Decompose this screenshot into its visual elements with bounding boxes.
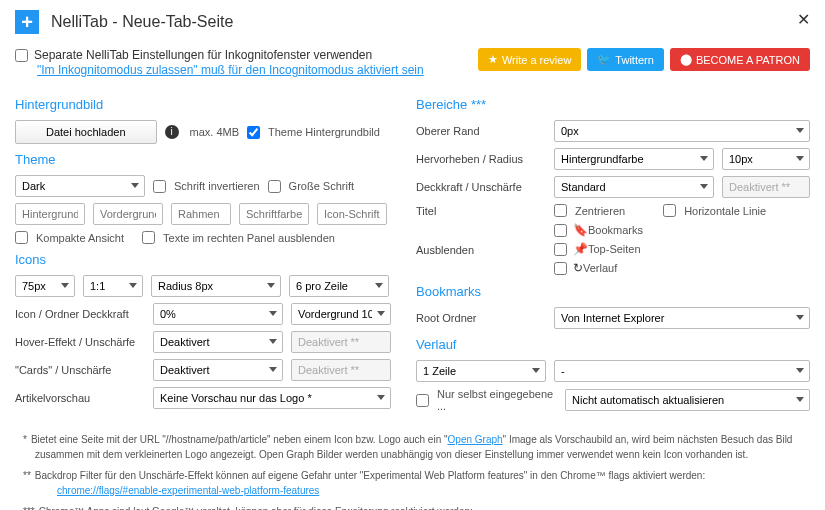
footnote-2: **Backdrop Filter für den Unschärfe-Effe…	[15, 468, 810, 498]
compact-checkbox[interactable]	[15, 231, 28, 244]
icon-size-select[interactable]: 75px	[15, 275, 75, 297]
max-size-label: max. 4MB	[190, 126, 240, 138]
border-color-input[interactable]	[171, 203, 231, 225]
section-areas: Bereiche ***	[416, 97, 810, 112]
close-icon[interactable]: ✕	[797, 10, 810, 29]
bg-color-input[interactable]	[15, 203, 85, 225]
auto-refresh-select[interactable]: Nicht automatisch aktualisieren	[565, 389, 810, 411]
hide-panel-checkbox[interactable]	[142, 231, 155, 244]
footnote-3: ***Chrome™ Apps sind laut Google™ veralt…	[15, 504, 810, 510]
star-icon: ★	[488, 53, 498, 66]
twitter-button[interactable]: 🐦Twittern	[587, 48, 664, 71]
font-color-input[interactable]	[239, 203, 309, 225]
section-icons: Icons	[15, 252, 391, 267]
upload-button[interactable]: Datei hochladen	[15, 120, 157, 144]
theme-bg-label: Theme Hintergrundbild	[268, 126, 380, 138]
hover-effect-select[interactable]: Deaktivert	[153, 331, 283, 353]
invert-font-checkbox[interactable]	[153, 180, 166, 193]
twitter-icon: 🐦	[597, 53, 611, 66]
section-background: Hintergrundbild	[15, 97, 391, 112]
theme-bg-checkbox[interactable]	[247, 126, 260, 139]
bookmark-icon: 🔖	[573, 223, 588, 237]
section-theme: Theme	[15, 152, 391, 167]
history-icon: ↻	[573, 261, 583, 275]
section-history: Verlauf	[416, 337, 810, 352]
incognito-allow-link[interactable]: "Im Inkognitomodus zulassen" muß für den…	[37, 63, 424, 77]
icon-ratio-select[interactable]: 1:1	[83, 275, 143, 297]
root-folder-select[interactable]: Von Internet Explorer	[554, 307, 810, 329]
blur-select[interactable]: Deaktivert **	[722, 176, 810, 198]
iconfont-color-input[interactable]	[317, 203, 387, 225]
info-icon: i	[165, 125, 179, 139]
opengraph-link[interactable]: Open Graph	[448, 434, 503, 445]
write-review-button[interactable]: ★Write a review	[478, 48, 581, 71]
icon-radius-select[interactable]: Radius 8px	[151, 275, 281, 297]
fg-color-input[interactable]	[93, 203, 163, 225]
opacity-select[interactable]: Standard	[554, 176, 714, 198]
preview-select[interactable]: Keine Vorschau nur das Logo *	[153, 387, 391, 409]
footnote-1: *Bietet eine Seite mit der URL "//hostna…	[15, 432, 810, 462]
only-typed-checkbox[interactable]	[416, 394, 429, 407]
history-rows-select[interactable]: 1 Zeile	[416, 360, 546, 382]
large-font-checkbox[interactable]	[268, 180, 281, 193]
section-bookmarks: Bookmarks	[416, 284, 810, 299]
highlight-select[interactable]: Hintergrundfarbe	[554, 148, 714, 170]
hover-blur-select[interactable]: Deaktivert **	[291, 331, 391, 353]
separate-incognito-label: Separate NelliTab Einstellungen für Inko…	[34, 48, 372, 62]
history-dash-select[interactable]: -	[554, 360, 810, 382]
center-checkbox[interactable]	[554, 204, 567, 217]
hide-bookmarks-checkbox[interactable]	[554, 224, 567, 237]
hline-checkbox[interactable]	[663, 204, 676, 217]
highlight-radius-select[interactable]: 10px	[722, 148, 810, 170]
chrome-flags-link[interactable]: chrome://flags/#enable-experimental-web-…	[57, 485, 319, 496]
app-logo: +	[15, 10, 39, 34]
icon-perrow-select[interactable]: 6 pro Zeile	[289, 275, 389, 297]
pin-icon: 📌	[573, 242, 588, 256]
icon-opacity-select[interactable]: 0%	[153, 303, 283, 325]
fg-opacity-select[interactable]: Vordergrund 100%	[291, 303, 391, 325]
app-title: NelliTab - Neue-Tab-Seite	[51, 13, 233, 31]
theme-select[interactable]: Dark	[15, 175, 145, 197]
separate-incognito-checkbox[interactable]	[15, 49, 28, 62]
hide-history-checkbox[interactable]	[554, 262, 567, 275]
patron-icon: ⬤	[680, 53, 692, 66]
patron-button[interactable]: ⬤BECOME A PATRON	[670, 48, 810, 71]
top-margin-select[interactable]: 0px	[554, 120, 810, 142]
cards-blur-select[interactable]: Deaktivert **	[291, 359, 391, 381]
cards-select[interactable]: Deaktivert	[153, 359, 283, 381]
hide-topsites-checkbox[interactable]	[554, 243, 567, 256]
